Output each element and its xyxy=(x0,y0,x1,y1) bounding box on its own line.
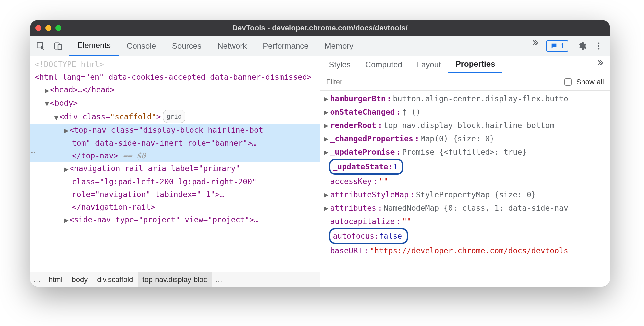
dom-node[interactable]: <html lang="en" data-cookies-accepted da… xyxy=(30,71,320,83)
property-row[interactable]: ▶renderRoot: top-nav.display-block.hairl… xyxy=(320,119,610,132)
breadcrumb-item[interactable]: html xyxy=(44,272,67,287)
dom-node[interactable]: ▶<side-nav type="project" view="project"… xyxy=(30,213,320,227)
main-tab-memory[interactable]: Memory xyxy=(317,36,362,56)
dom-tree[interactable]: <!DOCTYPE html> <html lang="en" data-coo… xyxy=(30,56,320,272)
sidebar-subtabs: StylesComputedLayoutProperties xyxy=(320,56,610,73)
maximize-window-button[interactable] xyxy=(55,25,61,31)
settings-gear-icon[interactable] xyxy=(575,39,589,53)
separator xyxy=(572,40,572,52)
device-toolbar-icon[interactable] xyxy=(51,39,65,53)
show-all-label: Show all xyxy=(576,78,604,86)
main-tab-network[interactable]: Network xyxy=(209,36,255,56)
dom-node-selected[interactable]: tom" data-side-nav-inert role="banner">… xyxy=(30,137,320,149)
window-title: DevTools - developer.chrome.com/docs/dev… xyxy=(30,24,610,32)
dom-node[interactable]: ▼<body> xyxy=(30,97,320,110)
property-row[interactable]: autocapitalize: "" xyxy=(320,215,610,228)
issues-chip[interactable]: 1 xyxy=(546,40,568,52)
property-row[interactable]: ▶_updatePromise: Promise {<fulfilled>: t… xyxy=(320,145,610,159)
show-all-checkbox[interactable] xyxy=(564,78,572,86)
traffic-lights xyxy=(35,25,61,31)
svg-point-2 xyxy=(598,42,600,44)
property-row[interactable]: _updateState: 1 xyxy=(320,159,610,175)
property-row[interactable]: ▶hamburgerBtn: button.align-center.displ… xyxy=(320,92,610,105)
breadcrumb-item[interactable]: body xyxy=(67,272,93,287)
dom-node[interactable]: ▶<navigation-rail aria-label="primary" xyxy=(30,162,320,175)
devtools-window: DevTools - developer.chrome.com/docs/dev… xyxy=(30,20,610,287)
elements-breadcrumb[interactable]: … htmlbodydiv.scaffoldtop-nav.display-bl… xyxy=(30,272,320,287)
svg-rect-1 xyxy=(58,44,62,49)
dom-node[interactable]: ▶<head>…</head> xyxy=(30,83,320,97)
property-row[interactable]: ▶onStateChanged: ƒ () xyxy=(320,105,610,119)
dom-node[interactable]: role="navigation" tabindex="-1">… xyxy=(30,188,320,201)
dom-node-selected[interactable]: ▶<top-nav class="display-block hairline-… xyxy=(30,124,320,137)
expand-arrow-icon[interactable]: ▶ xyxy=(63,163,69,175)
dom-node[interactable]: ▼<div class="scaffold">grid xyxy=(30,110,320,124)
title-bar: DevTools - developer.chrome.com/docs/dev… xyxy=(30,20,610,36)
dom-node[interactable]: </navigation-rail> xyxy=(30,201,320,213)
close-window-button[interactable] xyxy=(35,25,41,31)
minimize-window-button[interactable] xyxy=(45,25,51,31)
properties-list[interactable]: ▶hamburgerBtn: button.align-center.displ… xyxy=(320,91,610,287)
main-tab-performance[interactable]: Performance xyxy=(255,36,316,56)
kebab-menu-icon[interactable] xyxy=(592,39,605,53)
properties-filter-row: Show all xyxy=(320,73,610,91)
sidebar-tab-layout[interactable]: Layout xyxy=(410,56,448,73)
property-row[interactable]: autofocus: false xyxy=(320,228,610,244)
main-tab-console[interactable]: Console xyxy=(119,36,164,56)
expand-arrow-icon[interactable]: ▶ xyxy=(44,84,50,97)
expand-arrow-icon[interactable]: ▶ xyxy=(63,214,69,226)
dom-node[interactable]: class="lg:pad-left-200 lg:pad-right-200" xyxy=(30,175,320,188)
more-tabs-chevron-icon[interactable] xyxy=(528,36,542,49)
main-tabbar: ElementsConsoleSourcesNetworkPerformance… xyxy=(30,36,610,56)
collapse-arrow-icon[interactable]: ▼ xyxy=(53,111,59,124)
issues-count: 1 xyxy=(560,42,564,50)
property-row[interactable]: ▶attributeStyleMap: StylePropertyMap {si… xyxy=(320,188,610,201)
breadcrumb-overflow-left[interactable]: … xyxy=(30,272,44,287)
collapse-arrow-icon[interactable]: ▼ xyxy=(44,97,50,110)
more-subtabs-chevron-icon[interactable] xyxy=(593,56,607,69)
inspect-element-icon[interactable] xyxy=(34,39,47,53)
sidebar-panel: StylesComputedLayoutProperties Show all … xyxy=(320,56,610,287)
main-tab-sources[interactable]: Sources xyxy=(164,36,209,56)
property-row[interactable]: baseURI: "https://developer.chrome.com/d… xyxy=(320,244,610,257)
svg-point-3 xyxy=(598,45,600,47)
breadcrumb-item[interactable]: div.scaffold xyxy=(92,272,138,287)
dom-node-selected[interactable]: </top-nav> == $0 xyxy=(30,149,320,162)
layout-badge[interactable]: grid xyxy=(163,110,186,123)
dom-node[interactable]: <!DOCTYPE html> xyxy=(30,58,320,71)
sidebar-tab-properties[interactable]: Properties xyxy=(448,56,503,73)
breadcrumb-item[interactable]: top-nav.display-bloc xyxy=(138,272,212,287)
main-tab-elements[interactable]: Elements xyxy=(69,36,119,56)
property-row[interactable]: ▶_changedProperties: Map(0) {size: 0} xyxy=(320,132,610,145)
sidebar-tab-styles[interactable]: Styles xyxy=(322,56,358,73)
property-row[interactable]: accessKey: "" xyxy=(320,175,610,188)
breadcrumb-overflow-right[interactable]: … xyxy=(212,272,226,287)
elements-panel: <!DOCTYPE html> <html lang="en" data-coo… xyxy=(30,56,320,287)
dollar-zero-hint: == $0 xyxy=(118,151,146,160)
property-row[interactable]: ▶attributes: NamedNodeMap {0: class, 1: … xyxy=(320,201,610,215)
properties-filter-input[interactable] xyxy=(326,78,560,86)
gutter-ellipsis-icon: ⋯ xyxy=(31,146,35,159)
expand-arrow-icon[interactable]: ▶ xyxy=(63,124,69,137)
sidebar-tab-computed[interactable]: Computed xyxy=(358,56,410,73)
svg-point-4 xyxy=(598,48,600,49)
